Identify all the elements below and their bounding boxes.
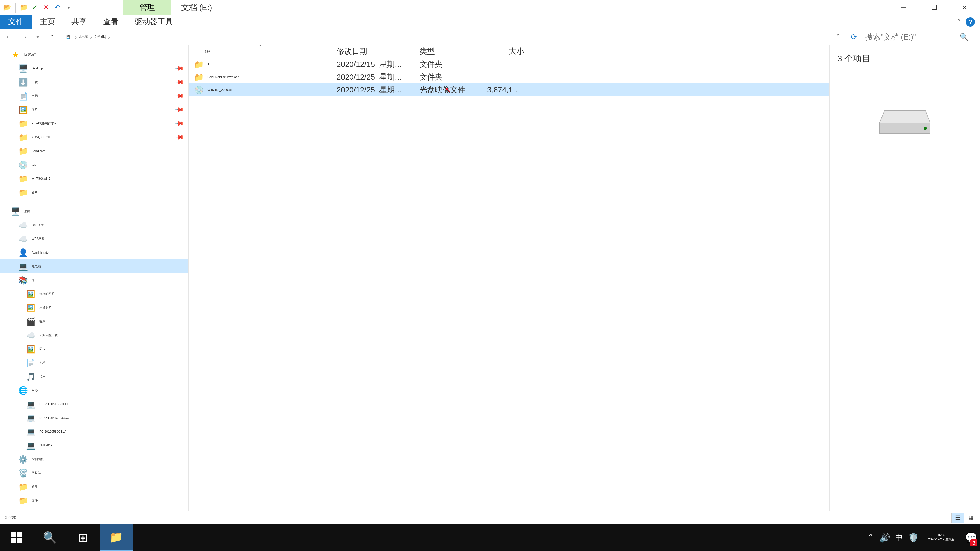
file-row[interactable]: 💿Win7x64_2020.iso2020/12/25, 星期五 1...光盘映… bbox=[189, 83, 829, 96]
properties-icon[interactable]: 📁 bbox=[19, 3, 28, 12]
tree-item[interactable]: 💿G:\ bbox=[0, 158, 188, 171]
tree-item[interactable]: 📁YUNQISHI2019📌 bbox=[0, 130, 188, 144]
qat-dropdown-icon[interactable]: ▾ bbox=[64, 3, 73, 12]
search-box[interactable]: 🔍 bbox=[862, 31, 972, 43]
navigation-pane[interactable]: ★ 快捷访问 🖥️Desktop📌⬇️下载📌📄文档📌🖼️图片📌📁excel表格制… bbox=[0, 45, 189, 511]
tree-item-icon: 💻 bbox=[25, 440, 36, 451]
file-name: 1 bbox=[207, 62, 209, 66]
tree-item-icon: 📁 bbox=[18, 146, 28, 156]
column-header-name[interactable]: ˄ 名称 bbox=[189, 45, 331, 58]
task-view-button[interactable]: ⊞ bbox=[66, 524, 100, 551]
column-header-type[interactable]: 类型 bbox=[414, 45, 482, 58]
delete-icon[interactable]: ✕ bbox=[41, 3, 51, 12]
address-bar[interactable]: 💾 › 此电脑 › 文档 (E:) › ˅ bbox=[60, 31, 846, 43]
ribbon-tab-view[interactable]: 查看 bbox=[95, 15, 127, 29]
ime-icon[interactable]: 中 bbox=[892, 524, 906, 551]
breadcrumb-segment[interactable]: 文档 (E:) bbox=[94, 35, 106, 39]
tree-item[interactable]: 📁Bandicam bbox=[0, 144, 188, 158]
column-headers: ˄ 名称 修改日期 类型 大小 bbox=[189, 45, 829, 58]
tree-item[interactable]: 🖥️Desktop📌 bbox=[0, 62, 188, 75]
start-button[interactable] bbox=[0, 524, 33, 551]
notification-center[interactable]: 💬3 bbox=[962, 524, 980, 551]
search-button[interactable]: 🔍 bbox=[33, 524, 66, 551]
breadcrumb-expand-icon[interactable]: ˅ bbox=[833, 33, 842, 41]
back-button[interactable]: ← bbox=[3, 31, 15, 43]
tree-item[interactable]: 💻PC-20190530OBLA bbox=[0, 425, 188, 438]
taskbar[interactable]: 🔍 ⊞ 📁 ˄ 🔊 中 🛡️ 16:32 2020/12/25, 星期五 💬3 bbox=[0, 524, 980, 551]
refresh-button[interactable]: ⟳ bbox=[848, 31, 860, 43]
tree-desktop[interactable]: 🖥️ 桌面 bbox=[0, 204, 188, 218]
tree-item[interactable]: 💻ZMT2019 bbox=[0, 438, 188, 452]
undo-icon[interactable]: ↶ bbox=[53, 3, 62, 12]
tree-item[interactable]: 📁图片 bbox=[0, 186, 188, 199]
pin-icon: 📌 bbox=[174, 91, 185, 101]
svg-rect-5 bbox=[11, 538, 16, 543]
file-list[interactable]: ˄ 名称 修改日期 类型 大小 ↖ 📁12020/12/15, 星期二 1...… bbox=[189, 45, 829, 511]
tree-item[interactable]: ⬇️下载📌 bbox=[0, 75, 188, 89]
breadcrumb-segment[interactable]: 此电脑 bbox=[79, 35, 88, 39]
tree-item[interactable]: 🖼️图片📌 bbox=[0, 103, 188, 117]
tree-quick-access[interactable]: ★ 快捷访问 bbox=[0, 48, 188, 62]
tree-item-label: 文件 bbox=[32, 499, 38, 503]
tree-item[interactable]: 🖼️图片 bbox=[0, 342, 188, 356]
ribbon-collapse-icon[interactable]: ˄ bbox=[957, 18, 961, 26]
checkmark-icon[interactable]: ✓ bbox=[30, 3, 40, 12]
up-button[interactable]: ↑ bbox=[46, 31, 58, 43]
tree-item[interactable]: 📁win7重装win7 bbox=[0, 171, 188, 186]
ribbon-tab-home[interactable]: 主页 bbox=[32, 15, 63, 29]
taskbar-explorer[interactable]: 📁 bbox=[100, 524, 133, 551]
search-icon[interactable]: 🔍 bbox=[959, 33, 969, 41]
system-tray: ˄ 🔊 中 🛡️ 16:32 2020/12/25, 星期五 💬3 bbox=[863, 524, 980, 551]
tree-item[interactable]: 🎬视频 bbox=[0, 314, 188, 328]
maximize-button[interactable]: ☐ bbox=[919, 0, 950, 15]
tree-item[interactable]: 👤Administrator bbox=[0, 246, 188, 259]
tree-item[interactable]: 🖼️保存的图片 bbox=[0, 287, 188, 301]
tree-item[interactable]: ☁️天翼云盘下载 bbox=[0, 328, 188, 342]
file-row[interactable]: 📁12020/12/15, 星期二 1...文件夹 bbox=[189, 58, 829, 71]
tree-item[interactable]: ☁️WPS网盘 bbox=[0, 232, 188, 246]
chevron-right-icon[interactable]: › bbox=[108, 33, 110, 41]
taskbar-clock[interactable]: 16:32 2020/12/25, 星期五 bbox=[921, 534, 962, 541]
history-dropdown[interactable]: ▾ bbox=[32, 31, 44, 43]
ribbon-tab-share[interactable]: 共享 bbox=[63, 15, 95, 29]
svg-rect-3 bbox=[11, 532, 16, 537]
forward-button[interactable]: → bbox=[18, 31, 30, 43]
chevron-right-icon[interactable]: › bbox=[75, 33, 77, 41]
svg-rect-1 bbox=[880, 123, 931, 133]
app-icon: 📂 bbox=[3, 3, 12, 12]
tree-item[interactable]: 💻此电脑 bbox=[0, 259, 188, 273]
tree-item[interactable]: 📄文档 bbox=[0, 356, 188, 370]
file-row[interactable]: 📁BaiduNetdiskDownload2020/12/25, 星期五 1..… bbox=[189, 71, 829, 83]
search-input[interactable] bbox=[865, 33, 969, 41]
details-view-button[interactable]: ☰ bbox=[951, 513, 964, 523]
tree-item[interactable]: 🖼️本机照片 bbox=[0, 301, 188, 314]
thumbnails-view-button[interactable]: ▦ bbox=[965, 513, 977, 523]
tree-network[interactable]: 🌐 网络 bbox=[0, 383, 188, 397]
column-header-date[interactable]: 修改日期 bbox=[331, 45, 414, 58]
ribbon-tab-drive-tools[interactable]: 驱动器工具 bbox=[127, 15, 181, 29]
tree-item[interactable]: 📚库 bbox=[0, 273, 188, 287]
tree-item[interactable]: 🗑️回收站 bbox=[0, 466, 188, 480]
file-area: ˄ 名称 修改日期 类型 大小 ↖ 📁12020/12/15, 星期二 1...… bbox=[189, 45, 980, 511]
tree-item-label: excel表格制作求和 bbox=[32, 121, 57, 126]
tray-expand-icon[interactable]: ˄ bbox=[863, 524, 878, 551]
security-icon[interactable]: 🛡️ bbox=[906, 524, 921, 551]
ribbon-tab-file[interactable]: 文件 bbox=[0, 15, 32, 29]
tree-item[interactable]: 💻DESKTOP-LSSOEDP bbox=[0, 397, 188, 411]
help-icon[interactable]: ? bbox=[966, 17, 975, 27]
tree-item[interactable]: 📁文件 bbox=[0, 494, 188, 507]
tree-item[interactable]: 📄文档📌 bbox=[0, 89, 188, 103]
tree-item[interactable]: 🎵音乐 bbox=[0, 370, 188, 383]
tree-item[interactable]: 💻DESKTOP-NJEU3CG bbox=[0, 411, 188, 425]
minimize-button[interactable]: ─ bbox=[888, 0, 919, 15]
tree-item[interactable]: ⚙️控制面板 bbox=[0, 452, 188, 466]
volume-icon[interactable]: 🔊 bbox=[878, 524, 892, 551]
tree-item[interactable]: 📁软件 bbox=[0, 480, 188, 494]
tree-item-label: 控制面板 bbox=[32, 457, 44, 462]
column-header-size[interactable]: 大小 bbox=[482, 45, 529, 58]
chevron-right-icon[interactable]: › bbox=[90, 33, 92, 41]
tree-item[interactable]: 📁excel表格制作求和📌 bbox=[0, 117, 188, 130]
cell-size: 3,874,126... bbox=[482, 86, 529, 94]
tree-item[interactable]: ☁️OneDrive bbox=[0, 218, 188, 232]
close-button[interactable]: ✕ bbox=[950, 0, 980, 15]
